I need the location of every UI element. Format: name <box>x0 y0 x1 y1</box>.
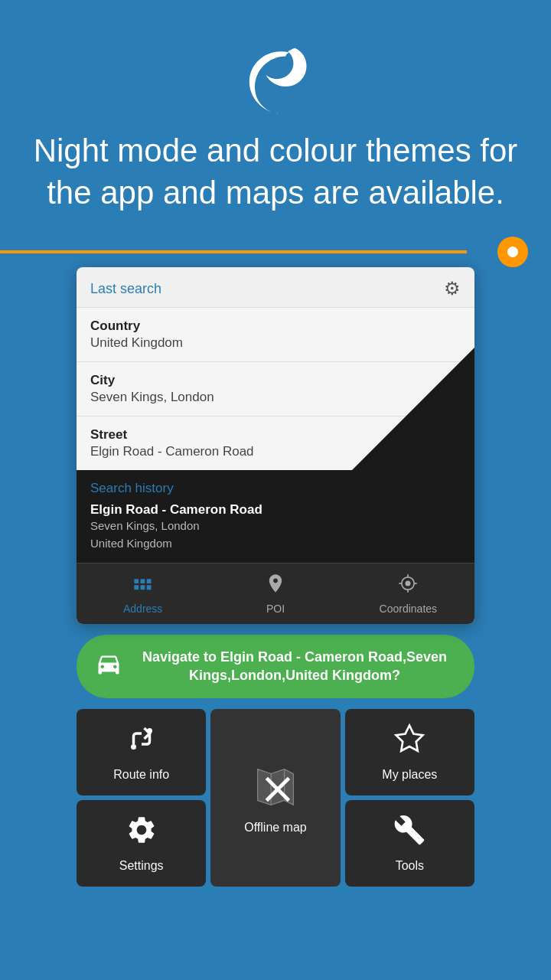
svg-rect-0 <box>134 579 139 583</box>
action-grid: Route info Offline map <box>77 709 474 887</box>
top-section: Night mode and colour themes for the app… <box>0 0 551 237</box>
tools-icon <box>393 814 425 853</box>
search-card: Last search ⚙ Country United Kingdom Cit… <box>77 267 474 624</box>
svg-marker-19 <box>396 725 423 750</box>
card-header: Last search ⚙ <box>77 267 474 307</box>
svg-rect-5 <box>146 586 151 590</box>
route-indicator-container <box>0 237 551 267</box>
navigate-button-area: Navigate to Elgin Road - Cameron Road,Se… <box>0 624 551 698</box>
history-item-title[interactable]: Elgin Road - Cameron Road <box>90 502 461 518</box>
svg-rect-4 <box>146 579 151 583</box>
last-search-label: Last search <box>90 281 161 297</box>
navigate-button[interactable]: Navigate to Elgin Road - Cameron Road,Se… <box>77 635 474 698</box>
poi-tab-label: POI <box>266 603 285 615</box>
svg-rect-2 <box>140 579 145 583</box>
my-places-label: My places <box>382 768 437 782</box>
settings-icon[interactable]: ⚙ <box>444 278 461 299</box>
dark-triangle <box>352 348 474 470</box>
svg-rect-3 <box>140 586 145 590</box>
action-grid-area: Route info Offline map <box>0 698 551 902</box>
offline-map-label: Offline map <box>244 821 307 835</box>
history-item-sub2: United Kingdom <box>90 535 461 553</box>
svg-point-6 <box>406 581 411 586</box>
settings-action-icon <box>126 814 158 853</box>
address-tab-label: Address <box>123 603 162 615</box>
route-line <box>0 250 467 253</box>
tools-button[interactable]: Tools <box>345 800 474 887</box>
svg-rect-1 <box>134 586 139 590</box>
navigate-text: Navigate to Elgin Road - Cameron Road,Se… <box>133 648 456 684</box>
my-places-icon <box>393 723 425 762</box>
route-dot <box>497 237 528 267</box>
address-tab-icon <box>132 573 154 599</box>
my-places-button[interactable]: My places <box>345 709 474 795</box>
offline-map-icon <box>249 760 302 821</box>
search-history-section: Search history Elgin Road - Cameron Road… <box>77 470 474 563</box>
tools-label: Tools <box>396 859 424 873</box>
country-label: Country <box>90 318 461 334</box>
history-item-sub1: Seven Kings, London <box>90 518 461 535</box>
card-tabs: Address POI <box>77 563 474 624</box>
settings-button[interactable]: Settings <box>77 800 206 887</box>
car-icon <box>95 650 122 684</box>
settings-action-label: Settings <box>119 859 164 873</box>
route-dot-inner <box>507 247 518 257</box>
tab-address[interactable]: Address <box>77 564 209 624</box>
coordinates-tab-icon <box>397 573 419 599</box>
tab-poi[interactable]: POI <box>209 564 341 624</box>
route-info-button[interactable]: Route info <box>77 709 206 795</box>
route-info-icon <box>126 723 158 762</box>
headline-text: Night mode and colour themes for the app… <box>31 130 520 214</box>
poi-tab-icon <box>265 573 286 599</box>
street-section: Street Elgin Road - Cameron Road <box>77 416 474 470</box>
search-card-area: Last search ⚙ Country United Kingdom Cit… <box>0 267 551 624</box>
tab-coordinates[interactable]: Coordinates <box>342 564 474 624</box>
coordinates-tab-label: Coordinates <box>380 603 438 615</box>
offline-map-button[interactable]: Offline map <box>210 709 340 887</box>
search-history-label: Search history <box>90 481 461 496</box>
svg-point-12 <box>131 744 136 750</box>
route-info-label: Route info <box>113 768 169 782</box>
moon-icon <box>241 46 310 115</box>
